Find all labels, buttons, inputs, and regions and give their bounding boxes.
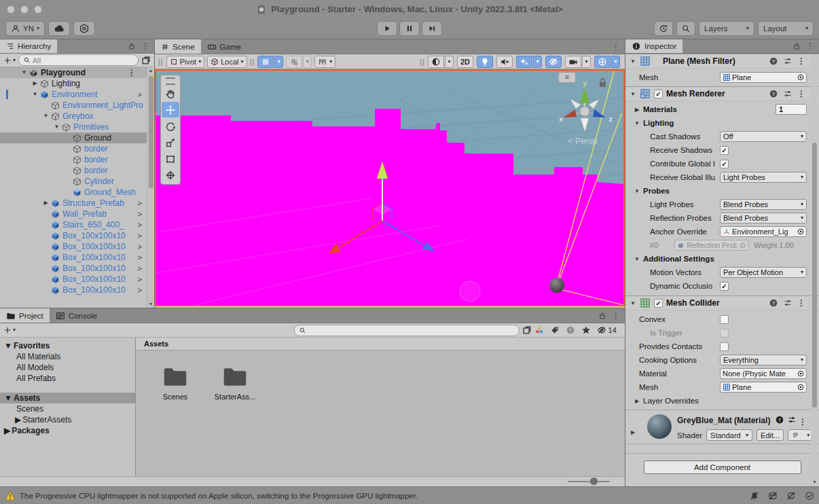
camera-button[interactable] bbox=[565, 56, 581, 68]
cooking-options-dropdown[interactable]: Everything▾ bbox=[720, 355, 807, 365]
prefab-open-chevron[interactable]: > bbox=[138, 210, 142, 218]
tab-game[interactable]: Game bbox=[201, 39, 247, 54]
layers-dropdown[interactable]: Layers▾ bbox=[699, 21, 754, 36]
scene-viewport[interactable]: y x z < Persp ≡ bbox=[155, 69, 625, 306]
lock-icon[interactable] bbox=[598, 312, 606, 320]
hierarchy-item-greybox[interactable]: ▼Greybox bbox=[0, 111, 147, 122]
scrollbar-thumb[interactable] bbox=[149, 76, 153, 188]
step-button[interactable] bbox=[422, 21, 442, 36]
anchor-override-field[interactable]: Environment_Lig bbox=[720, 226, 807, 237]
grid-snap-dropdown[interactable]: ▾ bbox=[274, 56, 283, 68]
hierarchy-search-field[interactable] bbox=[18, 54, 139, 66]
lighting-button[interactable] bbox=[477, 56, 493, 68]
component-enabled-checkbox[interactable]: ✓ bbox=[654, 90, 663, 98]
collider-mesh-field[interactable]: Plane bbox=[720, 382, 807, 393]
create-object-button[interactable]: ▾ bbox=[3, 56, 16, 65]
convex-checkbox[interactable] bbox=[720, 315, 729, 324]
toolbar-grip[interactable]: || bbox=[420, 58, 425, 66]
panel-menu-icon[interactable]: ⋮ bbox=[806, 42, 814, 50]
probes-foldout[interactable]: ▼ Probes bbox=[625, 184, 819, 198]
search-button[interactable] bbox=[676, 21, 695, 36]
prefab-open-chevron[interactable]: > bbox=[138, 264, 142, 272]
foldout-arrow-icon[interactable]: ▶ bbox=[41, 200, 51, 206]
progress-check-icon[interactable] bbox=[805, 491, 814, 501]
create-asset-button[interactable]: ▾ bbox=[3, 326, 16, 334]
hierarchy-item-border[interactable]: border bbox=[0, 165, 147, 176]
open-new-window-icon[interactable] bbox=[141, 56, 151, 65]
receive-shadows-checkbox[interactable]: ✓ bbox=[720, 146, 729, 155]
project-item-starterassets[interactable]: ▶StarterAssets bbox=[0, 414, 135, 425]
hierarchy-item-border[interactable]: border bbox=[0, 154, 147, 165]
help-icon[interactable]: ? bbox=[769, 56, 778, 66]
transform-tool-button[interactable] bbox=[162, 167, 179, 183]
tab-console[interactable]: Console bbox=[50, 308, 103, 323]
help-icon[interactable]: ? bbox=[769, 298, 778, 308]
status-bar[interactable]: The Progressive CPU lightmapper is not s… bbox=[0, 486, 819, 504]
panel-menu-icon[interactable]: ⋮ bbox=[612, 312, 620, 320]
undo-history-button[interactable] bbox=[654, 21, 673, 36]
project-item-scenes[interactable]: Scenes bbox=[0, 403, 135, 414]
hierarchy-item-border[interactable]: border bbox=[0, 143, 147, 154]
favorites-icon[interactable] bbox=[581, 325, 591, 335]
material-foldout-arrow[interactable]: ▶ bbox=[630, 429, 636, 435]
rect-tool-button[interactable] bbox=[162, 151, 179, 166]
hierarchy-item-stairs-650-400[interactable]: Stairs_650_400_> bbox=[0, 219, 147, 230]
prefab-open-chevron[interactable]: > bbox=[138, 232, 142, 240]
hierarchy-item-box-100x100x10[interactable]: Box_100x100x10> bbox=[0, 263, 147, 274]
gizmos-button[interactable] bbox=[594, 56, 611, 68]
dropdown-caret[interactable]: ▾ bbox=[582, 56, 591, 68]
hierarchy-item-structure-prefab[interactable]: ▶Structure_Prefab> bbox=[0, 198, 147, 209]
perspective-label[interactable]: < Persp bbox=[568, 137, 597, 146]
presets-icon[interactable] bbox=[787, 415, 797, 425]
visibility-button[interactable] bbox=[545, 56, 562, 68]
overlay-menu-icon[interactable]: ≡ bbox=[558, 72, 576, 83]
prefab-open-chevron[interactable]: > bbox=[138, 242, 142, 251]
hierarchy-item-cylinder[interactable]: Cylinder bbox=[0, 176, 147, 187]
prefab-open-chevron[interactable]: > bbox=[138, 221, 142, 229]
project-item-favorites[interactable]: ▼Favorites bbox=[0, 340, 135, 351]
additional-settings-foldout[interactable]: ▼ Additional Settings bbox=[625, 252, 819, 266]
lighting-foldout[interactable]: ▼ Lighting bbox=[625, 116, 819, 130]
tab-inspector[interactable]: Inspector bbox=[625, 39, 682, 53]
rotate-tool-button[interactable] bbox=[162, 118, 179, 134]
component-menu-icon[interactable]: ⋮ bbox=[797, 90, 805, 98]
materials-count-field[interactable]: 1 bbox=[776, 104, 807, 115]
pivot-mode-dropdown[interactable]: Pivot▾ bbox=[166, 56, 204, 68]
add-component-button[interactable]: Add Component bbox=[644, 461, 801, 474]
component-mesh-renderer-header[interactable]: ▼ ✓ Mesh Renderer ? ⋮ bbox=[625, 86, 819, 101]
cast-shadows-dropdown[interactable]: Off▾ bbox=[720, 131, 807, 142]
presets-icon[interactable] bbox=[783, 298, 793, 308]
tab-hierarchy[interactable]: Hierarchy bbox=[0, 39, 57, 53]
toolbar-grip[interactable]: || bbox=[158, 58, 164, 66]
account-button[interactable]: YN ▾ bbox=[5, 21, 45, 36]
presets-icon[interactable] bbox=[783, 56, 793, 66]
hierarchy-item-wall-prefab[interactable]: Wall_Prefab> bbox=[0, 209, 147, 219]
dropdown-caret[interactable]: ▾ bbox=[533, 56, 542, 68]
hand-tool-button[interactable] bbox=[162, 86, 179, 101]
scale-tool-button[interactable] bbox=[162, 134, 179, 150]
measure-dropdown[interactable]: ▾ bbox=[314, 56, 335, 68]
hierarchy-item-ground[interactable]: Ground bbox=[0, 132, 147, 143]
presets-icon[interactable] bbox=[783, 89, 793, 98]
close-window-button[interactable] bbox=[7, 5, 15, 14]
mesh-object-field[interactable]: Plane bbox=[720, 72, 807, 83]
slider-knob[interactable] bbox=[590, 478, 598, 485]
component-menu-icon[interactable]: ⋮ bbox=[797, 299, 805, 307]
hierarchy-item-environment[interactable]: ▼Environment> bbox=[0, 89, 147, 100]
project-item-all-prefabs[interactable]: All Prefabs bbox=[0, 373, 135, 384]
audio-mute-button[interactable] bbox=[496, 56, 513, 68]
dynamic-occlusion-checkbox[interactable]: ✓ bbox=[720, 282, 729, 291]
scene-menu-icon[interactable]: ⋮ bbox=[128, 68, 136, 77]
foldout-arrow-icon[interactable]: ▼ bbox=[19, 70, 29, 75]
panel-menu-icon[interactable]: ⋮ bbox=[141, 42, 149, 50]
foldout-arrow-icon[interactable]: ▼ bbox=[4, 341, 12, 350]
gizmo-center[interactable] bbox=[580, 107, 589, 116]
panel-menu-icon[interactable]: ⋮ bbox=[612, 43, 620, 51]
pause-button[interactable] bbox=[399, 21, 420, 36]
foldout-arrow-icon[interactable]: ▶ bbox=[4, 426, 10, 435]
project-search-input[interactable] bbox=[308, 326, 515, 334]
tab-scene[interactable]: Scene bbox=[155, 39, 201, 54]
foldout-arrow-icon[interactable]: ▼ bbox=[52, 124, 62, 130]
effects-button[interactable] bbox=[516, 56, 532, 68]
lock-icon[interactable] bbox=[128, 42, 136, 50]
